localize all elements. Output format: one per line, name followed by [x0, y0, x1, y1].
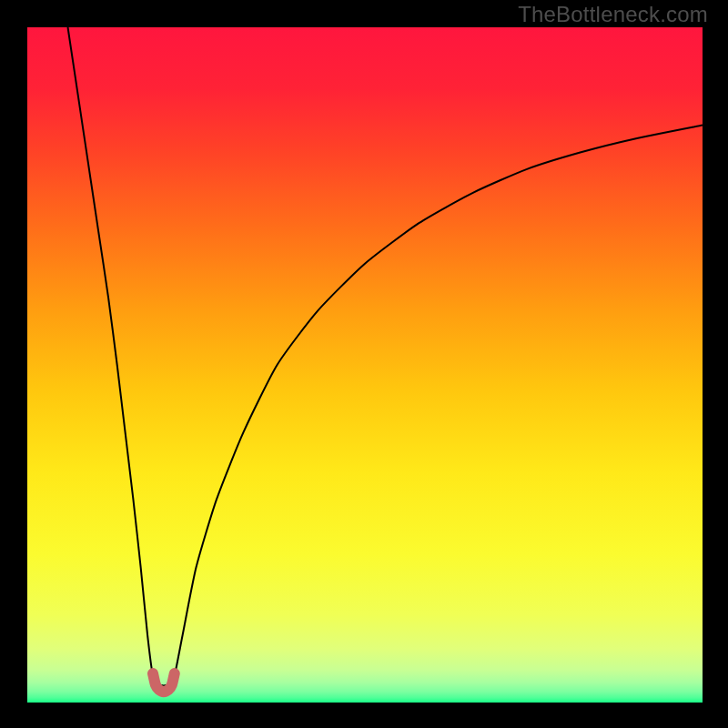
- chart-svg: [27, 27, 703, 703]
- gradient-background: [27, 27, 703, 703]
- watermark-text: TheBottleneck.com: [518, 2, 708, 27]
- chart-plot-area: [27, 27, 703, 703]
- chart-frame: TheBottleneck.com: [0, 0, 728, 728]
